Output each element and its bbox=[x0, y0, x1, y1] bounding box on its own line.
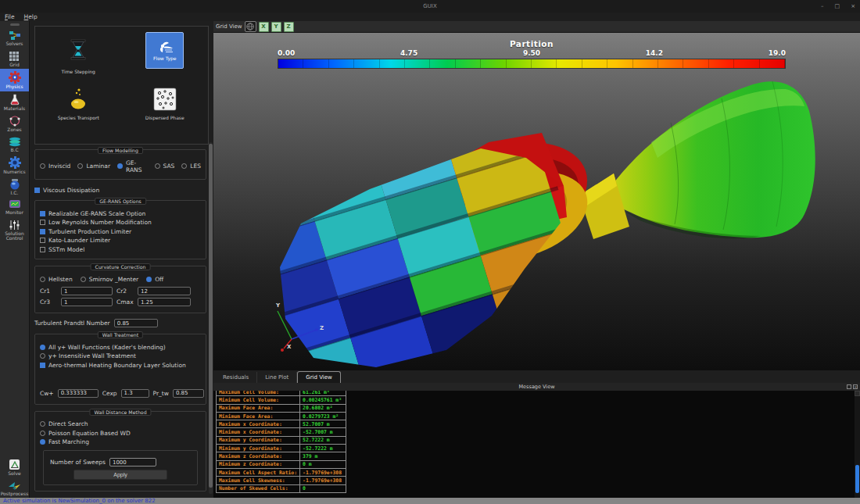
status-text: Active simulation is NewSimulation_0 on … bbox=[3, 498, 156, 504]
message-scrollbar[interactable] bbox=[855, 391, 860, 498]
checkbox-viscous-dissipation[interactable]: Viscous Dissipation bbox=[34, 187, 206, 194]
axis-y-button[interactable]: Y bbox=[271, 22, 281, 32]
model-time-stepping[interactable]: Time Stepping bbox=[35, 30, 122, 83]
table-row: Minimum Cell Volume:0.00245761 m³ bbox=[217, 396, 346, 404]
sidebar-item-grid[interactable]: Grid bbox=[0, 48, 29, 70]
sweeps-input[interactable] bbox=[109, 458, 156, 466]
radio-smirnov-menter[interactable]: Smirnov _Menter bbox=[81, 276, 139, 283]
flow-type-tile[interactable]: Flow Type bbox=[145, 32, 184, 69]
numerics-icon bbox=[9, 156, 21, 169]
tab-line-plot[interactable]: Line Plot bbox=[257, 372, 297, 383]
checkbox-sstm-model[interactable]: SSTm Model bbox=[40, 246, 201, 253]
tab-residuals[interactable]: Residuals bbox=[215, 372, 257, 383]
checkbox-turbulent-production[interactable]: Turbulent Production Limiter bbox=[40, 228, 201, 235]
apply-button[interactable]: Apply bbox=[73, 470, 167, 480]
model-flow-type[interactable]: Flow Type bbox=[122, 30, 209, 83]
cexp-input[interactable] bbox=[121, 389, 149, 398]
table-row: Maximum Cell Skewness:-1.79769e+308 bbox=[217, 477, 346, 484]
cw-input[interactable] bbox=[58, 389, 99, 398]
model-species-transport[interactable]: Species Transport bbox=[35, 83, 122, 136]
sidebar-item-label: Materials bbox=[4, 106, 26, 112]
radio-sas[interactable]: SAS bbox=[155, 163, 175, 170]
message-scrollbar-thumb[interactable] bbox=[855, 465, 859, 493]
close-button[interactable]: × bbox=[851, 3, 855, 9]
float-panel-icon[interactable] bbox=[847, 384, 851, 389]
sidebar-item-materials[interactable]: Materials bbox=[0, 91, 29, 113]
sidebar-item-monitor[interactable]: Monitor bbox=[0, 197, 29, 217]
radio-off[interactable]: Off bbox=[146, 276, 163, 283]
materials-icon bbox=[9, 94, 20, 105]
table-row: Maximum x Coordinate:52.7007 m bbox=[217, 420, 346, 428]
prandtl-input[interactable] bbox=[114, 319, 158, 327]
group-title: GE-RANS Options bbox=[95, 198, 146, 205]
cr1-input[interactable] bbox=[61, 287, 113, 295]
physics-panel: Time Stepping Flow Type Species Transpor… bbox=[29, 21, 213, 498]
cr2-label: Cr2 bbox=[116, 288, 134, 295]
checkbox-realizable-scale[interactable]: Realizable GE-RANS Scale Option bbox=[40, 210, 201, 217]
table-row: Minimum Face Area:0.0279723 m² bbox=[217, 412, 346, 420]
colorbar-title: Partition bbox=[278, 39, 786, 48]
axis-x-button[interactable]: X bbox=[259, 22, 269, 32]
solve-icon bbox=[9, 459, 20, 470]
physics-scrollbar-thumb[interactable] bbox=[209, 144, 213, 488]
sidebar-item-postprocess[interactable]: Postprocess bbox=[0, 478, 29, 499]
ic-icon bbox=[9, 179, 21, 190]
sidebar-item-solvers[interactable]: Solvers bbox=[0, 27, 29, 48]
radio-inviscid[interactable]: Inviscid bbox=[40, 163, 70, 170]
axis-z-button[interactable]: Z bbox=[284, 22, 294, 32]
flow-type-icon bbox=[156, 41, 174, 54]
sidebar-item-solve[interactable]: Solve bbox=[0, 456, 29, 478]
scroll-up-icon[interactable] bbox=[855, 391, 860, 396]
message-view: Message View × Maximum Cell Volume:61.26… bbox=[213, 383, 860, 498]
model-dispersed-phase[interactable]: Dispersed Phase bbox=[122, 83, 209, 136]
sidebar-item-label: Numerics bbox=[3, 170, 25, 175]
sidebar-item-bc[interactable]: B.C bbox=[0, 134, 29, 155]
sidebar-item-physics[interactable]: Physics bbox=[0, 69, 29, 91]
menu-file[interactable]: File bbox=[0, 13, 20, 20]
checkbox-low-reynolds[interactable]: Low Reynolds Number Modification bbox=[40, 219, 201, 226]
cr2-input[interactable] bbox=[138, 287, 191, 295]
radio-laminar[interactable]: Laminar bbox=[77, 163, 110, 170]
colorbar: Partition 0.00 4.75 9.50 14.2 19.0 bbox=[278, 39, 786, 69]
physics-scrollbar[interactable] bbox=[209, 142, 213, 494]
model-label: Time Stepping bbox=[62, 69, 95, 74]
radio-poisson-wd[interactable]: Poisson Equation Based WD bbox=[40, 430, 201, 437]
close-panel-icon[interactable]: × bbox=[853, 384, 858, 389]
viewport-3d[interactable]: Y Z X Partition 0.00 4.75 9.50 14.2 19.0 bbox=[213, 33, 860, 370]
sidebar-item-label: Physics bbox=[5, 84, 23, 90]
radio-les[interactable]: LES bbox=[181, 163, 201, 170]
sidebar: Solvers Grid Physics Materials Zones B.C… bbox=[0, 21, 29, 498]
cr3-label: Cr3 bbox=[40, 298, 57, 306]
menu-help[interactable]: Help bbox=[20, 13, 42, 20]
radio-fast-marching[interactable]: Fast Marching bbox=[40, 438, 201, 445]
radio-yplus-insensitive[interactable]: y+ Insensitive Wall Treatment bbox=[40, 352, 201, 359]
minimize-button[interactable]: – bbox=[821, 3, 824, 9]
triad-x-label: X bbox=[287, 344, 292, 350]
radio-hellsten[interactable]: Hellsten bbox=[40, 276, 73, 283]
checkbox-aero-thermal[interactable]: Aero-thermal Heating Boundary Layer Solu… bbox=[40, 362, 201, 369]
sidebar-item-zones[interactable]: Zones bbox=[0, 113, 29, 134]
radio-all-yplus[interactable]: All y+ Wall Functions (Kader's blending) bbox=[40, 344, 201, 351]
cmax-input[interactable] bbox=[138, 298, 191, 306]
prtw-input[interactable] bbox=[173, 389, 204, 398]
window-title: GUIX bbox=[423, 3, 436, 9]
radio-ge-rans[interactable]: GE-RANS bbox=[117, 159, 148, 173]
group-title: Wall Treatment bbox=[98, 331, 143, 338]
message-view-title: Message View bbox=[519, 384, 555, 390]
checkbox-kato-launder[interactable]: Kato-Launder Limiter bbox=[40, 237, 201, 244]
wall-distance-group: Wall Distance Method Direct Search Poiss… bbox=[34, 411, 206, 492]
radio-direct-search[interactable]: Direct Search bbox=[40, 420, 201, 427]
fit-view-button[interactable] bbox=[245, 21, 256, 32]
cr3-input[interactable] bbox=[61, 298, 113, 306]
sidebar-grip[interactable] bbox=[10, 23, 20, 26]
sidebar-item-numerics[interactable]: Numerics bbox=[0, 154, 29, 177]
model-label: Species Transport bbox=[58, 115, 99, 120]
tab-grid-view[interactable]: Grid View bbox=[297, 371, 341, 383]
model-label: Flow Type bbox=[153, 55, 176, 61]
maximize-button[interactable]: □ bbox=[835, 3, 840, 9]
group-title: Flow Modelling bbox=[98, 147, 143, 154]
globe-icon bbox=[246, 23, 254, 30]
app-window: GUIX – □ × File Help Solvers Grid Physic… bbox=[0, 0, 860, 504]
sidebar-item-solution-control[interactable]: Solution Control bbox=[0, 217, 29, 243]
sidebar-item-ic[interactable]: I.C. bbox=[0, 177, 29, 198]
